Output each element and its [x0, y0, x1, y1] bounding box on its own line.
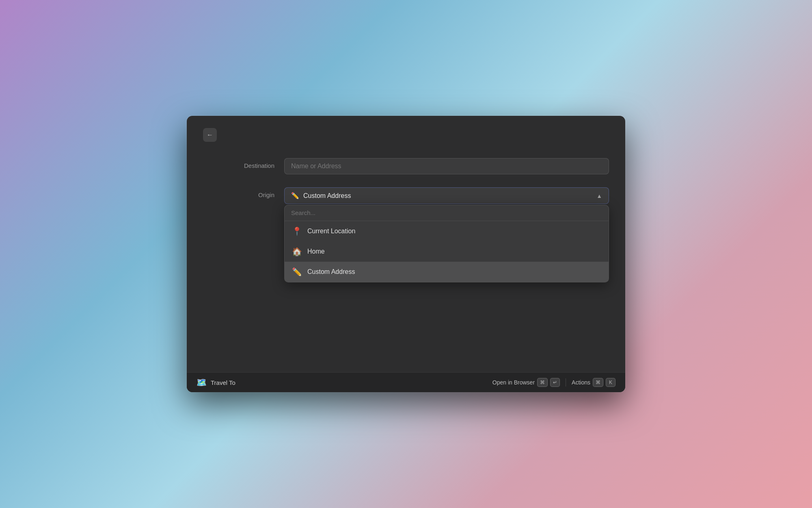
- home-icon: 🏠: [291, 247, 302, 256]
- origin-control: ✏️ Custom Address ▲ 📍: [284, 187, 609, 282]
- open-in-browser-action[interactable]: Open in Browser ⌘ ↵: [492, 378, 560, 387]
- enter-kbd: ↵: [550, 378, 560, 387]
- origin-dropdown-trigger[interactable]: ✏️ Custom Address ▲: [284, 187, 609, 204]
- origin-dropdown-panel: 📍 Current Location 🏠 Home ✏️ Custom Addr…: [284, 205, 609, 282]
- custom-address-label: Custom Address: [307, 268, 355, 276]
- footer-title: Travel To: [211, 379, 235, 386]
- dropdown-search-area: [285, 205, 609, 221]
- current-location-label: Current Location: [307, 228, 355, 235]
- footer-right: Open in Browser ⌘ ↵ Actions ⌘ K: [492, 378, 615, 387]
- actions-label: Actions: [572, 379, 590, 386]
- current-location-icon: 📍: [291, 226, 302, 236]
- cmd-kbd: ⌘: [537, 378, 548, 387]
- open-in-browser-label: Open in Browser: [492, 379, 535, 386]
- back-arrow-icon: ←: [207, 131, 213, 139]
- footer-separator: [566, 378, 566, 386]
- actions-cmd-kbd: ⌘: [593, 378, 603, 387]
- destination-label: Destination: [203, 158, 284, 169]
- origin-pencil-icon: ✏️: [291, 192, 299, 200]
- actions-action[interactable]: Actions ⌘ K: [572, 378, 615, 387]
- actions-k-kbd: K: [606, 378, 615, 387]
- home-label: Home: [307, 248, 325, 255]
- chevron-up-icon: ▲: [596, 193, 602, 199]
- origin-dropdown-left: ✏️ Custom Address: [291, 192, 351, 200]
- custom-address-icon: ✏️: [291, 267, 302, 277]
- footer-left: 🗺️ Travel To: [197, 378, 235, 387]
- footer-map-icon: 🗺️: [197, 378, 207, 387]
- origin-dropdown-value: Custom Address: [303, 192, 351, 200]
- dropdown-item-current-location[interactable]: 📍 Current Location: [285, 221, 609, 241]
- dropdown-item-home[interactable]: 🏠 Home: [285, 241, 609, 262]
- form-area: Destination Origin ✏️ Custom Address ▲: [203, 158, 609, 295]
- main-window: ← Destination Origin ✏️ Custom Addre: [187, 116, 625, 392]
- window-footer: 🗺️ Travel To Open in Browser ⌘ ↵ Actions…: [187, 372, 625, 392]
- dropdown-search-input[interactable]: [291, 209, 602, 216]
- origin-row: Origin ✏️ Custom Address ▲: [203, 187, 609, 282]
- origin-label: Origin: [203, 187, 284, 198]
- destination-input[interactable]: [284, 158, 609, 174]
- window-content: ← Destination Origin ✏️ Custom Addre: [187, 116, 625, 372]
- dropdown-item-custom-address[interactable]: ✏️ Custom Address: [285, 262, 609, 282]
- back-button[interactable]: ←: [203, 128, 217, 142]
- destination-row: Destination: [203, 158, 609, 174]
- destination-control: [284, 158, 609, 174]
